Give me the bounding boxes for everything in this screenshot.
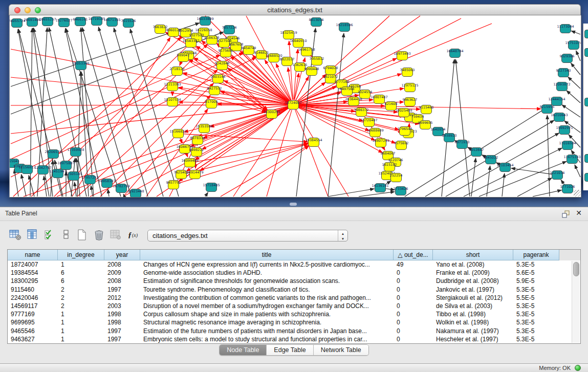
network-node[interactable]: 6794028 <box>323 66 338 75</box>
window-titlebar[interactable]: citations_edges.txt <box>9 4 581 15</box>
network-node[interactable]: 2718120 <box>170 67 185 76</box>
new-table-button[interactable] <box>75 229 89 242</box>
network-node[interactable]: 9457791 <box>166 181 181 189</box>
network-node[interactable]: 1615182 <box>382 163 397 171</box>
network-node[interactable]: 14671355 <box>103 18 120 27</box>
split-pane-handle[interactable] <box>290 203 297 206</box>
network-node[interactable]: 18807249 <box>372 139 389 147</box>
table-row[interactable]: 1830029562008Estimation of significance … <box>8 277 580 285</box>
network-node[interactable]: 16648784 <box>446 49 463 58</box>
network-node[interactable]: 12975125 <box>401 83 418 92</box>
network-node[interactable]: 10688609 <box>366 128 383 137</box>
network-node[interactable]: 26053346 <box>72 61 89 70</box>
network-node[interactable]: 10973493 <box>394 52 410 60</box>
table-row[interactable]: 977716911998Corpus callosum shape and si… <box>8 310 580 318</box>
table-row[interactable]: 969969511998Structural magnetic resonanc… <box>8 318 580 326</box>
network-node[interactable]: 1733426 <box>394 187 408 195</box>
network-node[interactable]: 10655257 <box>39 17 56 26</box>
column-header-year[interactable]: year <box>104 250 140 260</box>
network-node[interactable]: 9463627 <box>403 98 418 106</box>
network-node[interactable]: 7575692 <box>394 141 409 150</box>
select-rows-button[interactable] <box>43 229 57 242</box>
network-node[interactable]: 15718485 <box>203 183 220 192</box>
scrollbar-thumb[interactable] <box>573 262 579 276</box>
show-columns-button[interactable] <box>26 229 40 242</box>
column-header-out_degree[interactable]: △ out_de... <box>394 250 433 260</box>
network-node[interactable]: 917004 <box>205 100 218 108</box>
network-node[interactable]: 7515526 <box>121 19 136 28</box>
network-node[interactable]: 8498222 <box>189 148 204 157</box>
network-node[interactable]: 19218596 <box>336 23 353 32</box>
column-header-pagerank[interactable]: pagerank <box>513 250 559 260</box>
merge-rows-button[interactable] <box>59 229 73 242</box>
table-row[interactable]: 1456911722003Disruption of a novel membe… <box>8 302 580 310</box>
network-node[interactable]: 9845022 <box>484 156 498 164</box>
table-vertical-scrollbar[interactable] <box>572 261 580 343</box>
table-row[interactable]: 1938455462009Genome-wide association stu… <box>8 269 580 277</box>
network-node[interactable]: 9242848 <box>215 61 230 70</box>
network-node[interactable]: 10719185 <box>88 17 105 26</box>
network-node[interactable]: 9175685 <box>219 49 233 57</box>
network-node[interactable]: 24055724 <box>10 19 26 28</box>
network-node[interactable]: 11173044 <box>557 25 574 33</box>
network-node[interactable]: 8427552 <box>207 86 222 95</box>
network-node[interactable]: 2803144 <box>211 75 226 83</box>
tab-network-table[interactable]: Network Table <box>314 345 368 355</box>
table-row[interactable]: 946362711997Embryonic stem cells: a mode… <box>8 335 580 343</box>
tab-node-table[interactable]: Node Table <box>220 345 267 355</box>
network-node[interactable]: 8215955 <box>540 105 555 114</box>
network-node[interactable]: 19384554 <box>305 138 322 147</box>
network-node[interactable]: 252254 <box>390 173 403 182</box>
network-node[interactable]: 17359928 <box>67 148 84 157</box>
table-settings-button[interactable] <box>8 229 23 242</box>
network-node[interactable]: 1771026 <box>560 185 575 193</box>
table-row[interactable]: 946554611997Estimation of the future num… <box>8 327 580 335</box>
network-node[interactable]: 18325419 <box>280 31 297 39</box>
network-node[interactable]: 16640910 <box>290 39 307 48</box>
network-node[interactable]: 9227343 <box>556 69 571 77</box>
network-node[interactable]: 9990448 <box>304 67 319 76</box>
network-node[interactable]: 6971913 <box>455 140 470 149</box>
network-node[interactable]: 1796544 <box>398 127 412 136</box>
network-node[interactable]: 14136141 <box>372 184 388 192</box>
column-header-title[interactable]: title <box>140 250 394 260</box>
network-canvas-svg[interactable]: 1872400719384554183002957663822886012389… <box>10 15 581 197</box>
network-node[interactable]: 7857224 <box>222 26 237 34</box>
import-table-button[interactable] <box>108 229 123 242</box>
network-node[interactable]: 7663822 <box>153 25 168 34</box>
float-panel-icon[interactable] <box>561 210 570 218</box>
network-node[interactable]: 16210643 <box>551 113 568 122</box>
network-node[interactable]: 6497568 <box>340 87 355 96</box>
network-node[interactable]: 989041 <box>177 53 190 62</box>
network-node[interactable]: 7955812 <box>310 57 324 65</box>
network-node[interactable]: 8878334 <box>190 136 205 145</box>
tab-edge-table[interactable]: Edge Table <box>267 345 313 355</box>
network-node[interactable]: 12103454 <box>496 163 513 172</box>
window-resize-grip[interactable] <box>574 190 580 196</box>
network-node[interactable]: 6466161 <box>73 17 88 26</box>
delete-table-button[interactable] <box>92 229 106 242</box>
column-header-in_degree[interactable]: in_degree <box>58 250 104 260</box>
network-node[interactable]: 15276027 <box>55 18 72 27</box>
network-node[interactable]: 8813054 <box>309 18 324 27</box>
table-selector-dropdown[interactable]: citations_edges.txt ▲▼ <box>147 230 348 242</box>
network-node[interactable]: 9329366 <box>560 54 575 63</box>
network-node[interactable]: 16033809 <box>197 17 213 26</box>
network-node[interactable]: 12444154 <box>548 97 565 106</box>
column-header-short[interactable]: short <box>433 250 513 260</box>
network-canvas[interactable]: 1872400719384554183002957663822886012389… <box>9 15 581 198</box>
table-row[interactable]: 911546021997Tourette syndrome. Phenomeno… <box>8 286 580 294</box>
network-node[interactable]: 20691406 <box>24 18 40 27</box>
network-node[interactable]: 12093872 <box>553 82 570 91</box>
network-node[interactable]: 15751074 <box>565 41 581 50</box>
network-node[interactable]: 7485063 <box>400 68 415 77</box>
network-node[interactable]: 12923448 <box>127 189 144 198</box>
network-node[interactable]: 9012847 <box>469 148 484 157</box>
close-panel-icon[interactable]: ✕ <box>576 209 582 217</box>
network-node[interactable]: 20206576 <box>45 150 61 159</box>
network-node[interactable]: 1221034 <box>550 171 565 180</box>
table-row[interactable]: 2242004622012Investigating the contribut… <box>8 294 580 302</box>
column-header-name[interactable]: name <box>8 250 58 260</box>
network-node[interactable]: 9115460 <box>419 105 434 114</box>
network-node[interactable]: 12213383 <box>164 82 181 91</box>
